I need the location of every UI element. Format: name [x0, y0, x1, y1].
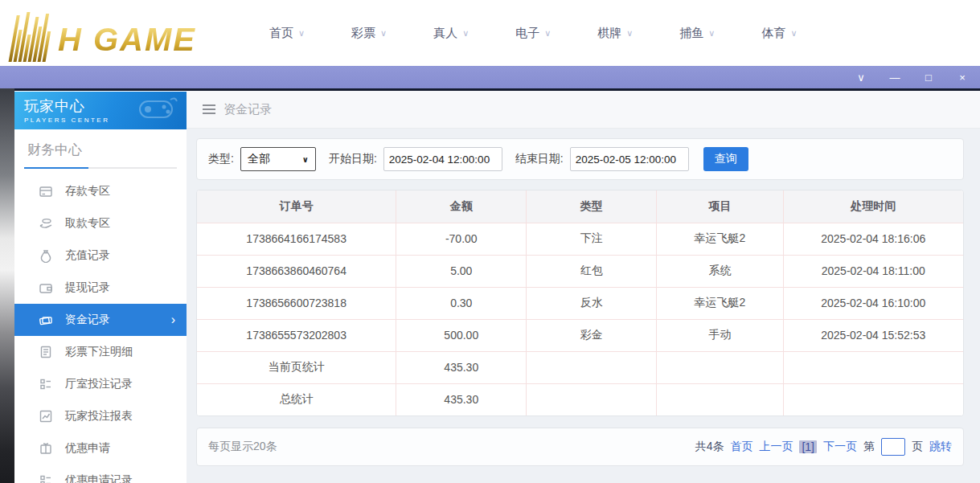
sidebar-item-label: 玩家投注报表	[65, 409, 133, 424]
chevron-right-icon: ›	[171, 313, 175, 327]
search-button[interactable]: 查询	[703, 147, 748, 171]
table-cell	[783, 351, 963, 383]
minimize-icon[interactable]: —	[888, 72, 901, 83]
sidebar-item-label: 优惠申请	[65, 441, 110, 456]
bank-card-icon	[39, 184, 53, 199]
table-cell: 500.00	[396, 319, 527, 351]
prev-page-link[interactable]: 上一页	[759, 440, 793, 454]
nav-item[interactable]: 彩票∨	[351, 26, 387, 41]
nav-item[interactable]: 捕鱼∨	[679, 26, 715, 41]
table-cell: 幸运飞艇2	[657, 287, 783, 319]
chevron-down-icon: ∨	[298, 28, 305, 39]
money-bag-icon	[39, 248, 53, 263]
sidebar-item-资金记录[interactable]: 资金记录›	[14, 304, 187, 336]
chevron-down-icon: ∨	[462, 28, 469, 39]
sidebar-section-title: 财务中心	[14, 129, 187, 167]
sidebar-item-存款专区[interactable]: 存款专区›	[14, 175, 187, 207]
type-select[interactable]: 全部 ∨	[240, 147, 316, 171]
sidebar-item-厅室投注记录[interactable]: 厅室投注记录›	[14, 368, 187, 400]
nav-item-label: 捕鱼	[679, 26, 703, 41]
chevron-down-icon[interactable]: ∨	[855, 72, 867, 83]
records-table: 订单号金额类型项目处理时间 1738664166174583-70.00下注幸运…	[197, 190, 963, 415]
table-cell: 红包	[527, 255, 657, 287]
maximize-icon[interactable]: □	[922, 72, 935, 83]
current-page: [1]	[799, 440, 817, 453]
table-row: 1738655573202803500.00彩金手动2025-02-04 15:…	[197, 319, 963, 351]
sidebar-header: 玩家中心 PLAYERS CENTER	[14, 92, 187, 129]
sidebar-item-label: 厅室投注记录	[65, 377, 133, 391]
document-icon	[39, 345, 53, 359]
sidebar-item-优惠申请[interactable]: 优惠申请›	[14, 432, 187, 465]
start-date-input[interactable]	[383, 147, 502, 171]
next-page-link[interactable]: 下一页	[823, 440, 857, 454]
table-cell	[527, 383, 657, 415]
chevron-down-icon: ∨	[626, 28, 633, 39]
sidebar-item-彩票下注明细[interactable]: 彩票下注明细›	[14, 336, 187, 368]
logo-text: H GAME	[58, 23, 196, 62]
table-cell	[527, 351, 657, 383]
table-cell: 手动	[657, 319, 783, 351]
end-date-input[interactable]	[570, 147, 689, 171]
sidebar-item-提现记录[interactable]: 提现记录›	[14, 272, 187, 304]
sidebar: 玩家中心 PLAYERS CENTER 财务中心 存款专区›取款专区›充值记录›…	[14, 91, 187, 483]
nav-item[interactable]: 首页∨	[269, 26, 305, 41]
sidebar-item-label: 优惠申请记录	[65, 473, 133, 483]
sidebar-item-优惠申请记录[interactable]: 优惠申请记录›	[14, 465, 187, 483]
nav-item-label: 电子	[515, 26, 539, 41]
pagination-bar: 每页显示20条 共4条 首页 上一页 [1] 下一页 第 页 跳转	[196, 428, 964, 466]
table-header-row: 订单号金额类型项目处理时间	[197, 190, 963, 223]
table-cell: 1738656600723818	[197, 287, 396, 319]
start-date-label: 开始日期:	[329, 152, 377, 166]
first-page-link[interactable]: 首页	[730, 440, 752, 454]
table-row: 1738664166174583-70.00下注幸运飞艇22025-02-04 …	[197, 223, 963, 255]
site-header: H GAME 首页∨彩票∨真人∨电子∨棋牌∨捕鱼∨体育∨	[0, 0, 980, 66]
table-row: 17386638604607645.00红包系统2025-02-04 18:11…	[197, 255, 963, 287]
nav-item[interactable]: 体育∨	[761, 26, 797, 41]
jump-page-input[interactable]	[881, 438, 905, 456]
main-nav: 首页∨彩票∨真人∨电子∨棋牌∨捕鱼∨体育∨	[269, 26, 797, 41]
table-cell: 2025-02-04 18:16:06	[783, 223, 963, 255]
end-date-label: 结束日期:	[515, 152, 564, 166]
chevron-down-icon: ∨	[790, 28, 797, 39]
jump-button[interactable]: 跳转	[929, 440, 952, 454]
sidebar-menu: 存款专区›取款专区›充值记录›提现记录›资金记录›彩票下注明细›厅室投注记录›玩…	[14, 175, 187, 483]
table-cell: 2025-02-04 16:10:00	[783, 287, 963, 319]
breadcrumb: 资金记录	[187, 91, 980, 129]
nav-item[interactable]: 电子∨	[515, 26, 551, 41]
main-area: 资金记录 类型: 全部 ∨ 开始日期: 结束日期: 查询	[187, 91, 980, 483]
table-cell: 系统	[657, 255, 783, 287]
site-logo[interactable]: H GAME	[8, 4, 225, 62]
close-icon[interactable]: ×	[956, 72, 969, 83]
nav-item[interactable]: 真人∨	[433, 26, 469, 41]
sidebar-item-取款专区[interactable]: 取款专区›	[14, 207, 187, 239]
column-header: 处理时间	[783, 190, 963, 223]
sidebar-item-充值记录[interactable]: 充值记录›	[14, 239, 187, 272]
menu-toggle-icon[interactable]	[203, 104, 215, 114]
nav-item-label: 棋牌	[597, 26, 621, 41]
hand-money-icon	[39, 216, 53, 231]
nav-item[interactable]: 棋牌∨	[597, 26, 633, 41]
pager: 共4条 首页 上一页 [1] 下一页 第 页 跳转	[695, 438, 952, 456]
records-table-panel: 订单号金额类型项目处理时间 1738664166174583-70.00下注幸运…	[196, 190, 964, 416]
chevron-down-icon: ∨	[544, 28, 551, 39]
table-cell: 幸运飞艇2	[657, 223, 783, 255]
section-underline	[24, 167, 177, 169]
desktop-background-strip	[0, 88, 14, 483]
page-title: 资金记录	[223, 102, 272, 117]
table-cell: 彩金	[527, 319, 657, 351]
summary-row: 总统计435.30	[197, 383, 963, 415]
table-cell: 1738655573202803	[197, 319, 396, 351]
table-cell: 下注	[527, 223, 657, 255]
nav-item-label: 首页	[269, 26, 293, 41]
nav-item-label: 体育	[761, 26, 785, 41]
summary-row: 当前页统计435.30	[197, 351, 963, 383]
table-cell: -70.00	[396, 223, 527, 255]
table-cell: 435.30	[396, 351, 527, 383]
sidebar-item-label: 取款专区	[65, 216, 110, 231]
sidebar-item-label: 彩票下注明细	[65, 345, 133, 359]
table-cell: 435.30	[396, 383, 527, 415]
table-cell: 2025-02-04 18:11:00	[783, 255, 963, 287]
sidebar-item-玩家投注报表[interactable]: 玩家投注报表›	[14, 400, 187, 432]
table-cell: 5.00	[396, 255, 527, 287]
filter-bar: 类型: 全部 ∨ 开始日期: 结束日期: 查询	[196, 138, 964, 180]
